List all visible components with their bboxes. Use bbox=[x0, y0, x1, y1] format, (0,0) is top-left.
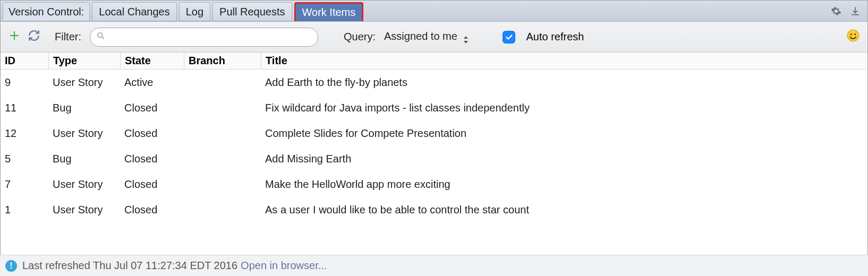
auto-refresh-checkbox[interactable] bbox=[503, 31, 515, 44]
cell-state: Closed bbox=[120, 204, 184, 216]
cell-type: User Story bbox=[48, 76, 120, 89]
table-row[interactable]: 11 Bug Closed Fix wildcard for Java impo… bbox=[1, 95, 867, 120]
cell-id: 7 bbox=[1, 178, 48, 191]
cell-id: 5 bbox=[1, 153, 48, 165]
cell-title: Add Missing Earth bbox=[261, 153, 867, 165]
cell-title: Complete Slides for Compete Presentation bbox=[261, 127, 867, 140]
table-row[interactable]: 7 User Story Closed Make the HelloWorld … bbox=[1, 171, 867, 197]
cell-state: Closed bbox=[120, 102, 184, 114]
cell-state: Active bbox=[120, 76, 184, 89]
open-in-browser-link[interactable]: Open in browser... bbox=[241, 260, 327, 272]
cell-id: 1 bbox=[1, 204, 48, 216]
refresh-icon[interactable] bbox=[27, 29, 41, 45]
tab-work-items[interactable]: Work Items bbox=[294, 2, 364, 21]
cell-type: User Story bbox=[48, 178, 120, 191]
panel-label: Version Control: bbox=[3, 2, 90, 21]
query-label: Query: bbox=[344, 31, 376, 43]
plus-icon[interactable] bbox=[8, 29, 21, 45]
cell-id: 9 bbox=[1, 76, 48, 89]
cell-type: Bug bbox=[48, 153, 120, 165]
status-text: Last refreshed Thu Jul 07 11:27:34 EDT 2… bbox=[22, 260, 237, 272]
tab-bar: Version Control: Local Changes Log Pull … bbox=[1, 1, 867, 22]
cell-id: 12 bbox=[1, 127, 48, 140]
feedback-smiley-icon[interactable] bbox=[846, 29, 860, 45]
column-id[interactable]: ID bbox=[1, 53, 48, 69]
cell-title: As a user I would like to be able to con… bbox=[261, 204, 867, 216]
info-icon: ! bbox=[5, 260, 17, 272]
cell-type: User Story bbox=[48, 127, 120, 140]
table-row[interactable]: 1 User Story Closed As a user I would li… bbox=[1, 197, 867, 222]
table-row[interactable]: 9 User Story Active Add Earth to the fly… bbox=[1, 70, 867, 95]
svg-point-1 bbox=[847, 30, 859, 41]
status-bar: ! Last refreshed Thu Jul 07 11:27:34 EDT… bbox=[0, 255, 868, 276]
cell-state: Closed bbox=[120, 127, 184, 140]
svg-point-0 bbox=[98, 32, 103, 37]
cell-state: Closed bbox=[120, 153, 184, 165]
column-title[interactable]: Title bbox=[261, 53, 867, 69]
column-state[interactable]: State bbox=[120, 53, 184, 69]
column-branch[interactable]: Branch bbox=[184, 53, 261, 69]
cell-type: Bug bbox=[48, 102, 120, 114]
cell-id: 11 bbox=[1, 102, 48, 114]
table-row[interactable]: 5 Bug Closed Add Missing Earth bbox=[1, 146, 867, 171]
tab-local-changes[interactable]: Local Changes bbox=[92, 2, 176, 21]
query-dropdown[interactable]: Assigned to me bbox=[384, 30, 469, 44]
tab-log[interactable]: Log bbox=[179, 2, 210, 21]
table-header: ID Type State Branch Title bbox=[1, 53, 867, 70]
tab-pull-requests[interactable]: Pull Requests bbox=[212, 2, 292, 21]
gear-icon[interactable] bbox=[830, 5, 842, 17]
filter-input[interactable] bbox=[90, 28, 318, 47]
cell-type: User Story bbox=[48, 204, 120, 216]
column-type[interactable]: Type bbox=[48, 53, 120, 69]
query-dropdown-value: Assigned to me bbox=[384, 30, 457, 42]
svg-point-3 bbox=[854, 33, 856, 35]
svg-point-2 bbox=[850, 33, 852, 35]
cell-title: Add Earth to the fly-by planets bbox=[261, 76, 867, 89]
search-icon bbox=[96, 31, 106, 43]
auto-refresh-label: Auto refresh bbox=[526, 31, 584, 43]
cell-title: Make the HelloWorld app more exciting bbox=[261, 178, 867, 191]
toolbar: Filter: Query: Assigned to me Auto refre… bbox=[1, 22, 867, 53]
download-icon[interactable] bbox=[849, 5, 861, 17]
work-items-table: ID Type State Branch Title 9 User Story … bbox=[1, 53, 867, 222]
filter-label: Filter: bbox=[55, 31, 81, 43]
cell-title: Fix wildcard for Java imports - list cla… bbox=[261, 102, 867, 114]
chevron-updown-icon bbox=[463, 36, 469, 44]
table-body: 9 User Story Active Add Earth to the fly… bbox=[1, 70, 867, 222]
cell-state: Closed bbox=[120, 178, 184, 191]
filter-field-wrap bbox=[90, 28, 318, 47]
table-row[interactable]: 12 User Story Closed Complete Slides for… bbox=[1, 120, 867, 146]
